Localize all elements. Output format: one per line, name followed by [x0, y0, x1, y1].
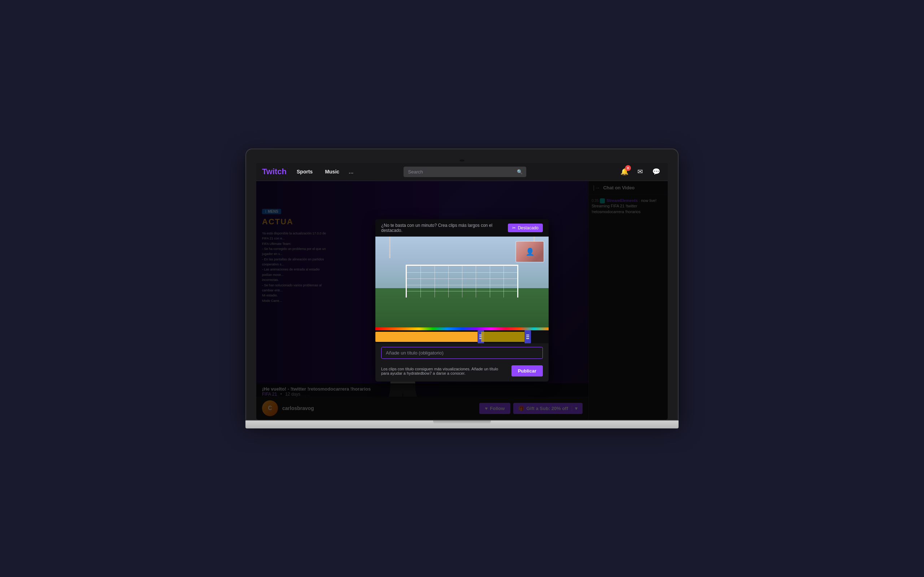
main-content: ℹ MENS ACTUA Ya está disponible la actua…	[256, 181, 668, 420]
top-navigation: Twitch Sports Music ... 🔍 🔔 8	[256, 163, 668, 181]
clip-title-section	[375, 343, 549, 363]
streamer-pip: 👤	[515, 241, 544, 263]
nav-sports[interactable]: Sports	[294, 167, 315, 176]
timeline-handle-right[interactable]	[525, 330, 531, 343]
search-icon: 🔍	[517, 169, 523, 174]
clip-icon: ✂	[512, 226, 516, 230]
search-bar: 🔍	[404, 167, 526, 177]
nav-right: 🔔 8 ✉ 💬	[619, 166, 662, 177]
clip-video-frame: 👤	[375, 237, 549, 330]
nav-links: Sports Music ...	[294, 167, 353, 176]
timeline-selected-region	[481, 332, 525, 342]
publish-button[interactable]: Publicar	[512, 365, 543, 377]
clip-timeline	[375, 330, 549, 343]
clip-video-preview: 👤	[375, 237, 549, 343]
clip-creation-modal: ¿No te basta con un minuto? Crea clips m…	[375, 219, 549, 382]
light-pole-left	[389, 237, 391, 258]
whispers-button[interactable]: 💬	[650, 166, 662, 177]
notification-badge: 8	[625, 165, 631, 171]
destacado-button[interactable]: ✂ Destacado	[508, 224, 543, 232]
clip-title-input[interactable]	[381, 347, 543, 359]
notifications-button[interactable]: 🔔 8	[619, 166, 630, 177]
clip-modal-overlay: ¿No te basta con un minuto? Crea clips m…	[256, 181, 668, 420]
clip-hint: ¿No te basta con un minuto? Crea clips m…	[381, 223, 508, 233]
search-input[interactable]	[404, 167, 526, 177]
nav-more-button[interactable]: ...	[349, 168, 353, 175]
timeline-bar	[375, 330, 549, 343]
twitch-logo[interactable]: Twitch	[262, 167, 287, 176]
messages-button[interactable]: ✉	[635, 166, 646, 177]
goal-net	[406, 265, 518, 298]
clip-publish-hint: Los clips con título consiguen más visua…	[381, 367, 507, 376]
clip-publish-row: Los clips con título consiguen más visua…	[375, 363, 549, 382]
color-bar	[375, 327, 549, 330]
timeline-yellow-region	[375, 332, 481, 342]
modal-top-bar: ¿No te basta con un minuto? Crea clips m…	[375, 219, 549, 237]
streamer-pip-background: 👤	[516, 242, 544, 262]
nav-music[interactable]: Music	[322, 167, 342, 176]
